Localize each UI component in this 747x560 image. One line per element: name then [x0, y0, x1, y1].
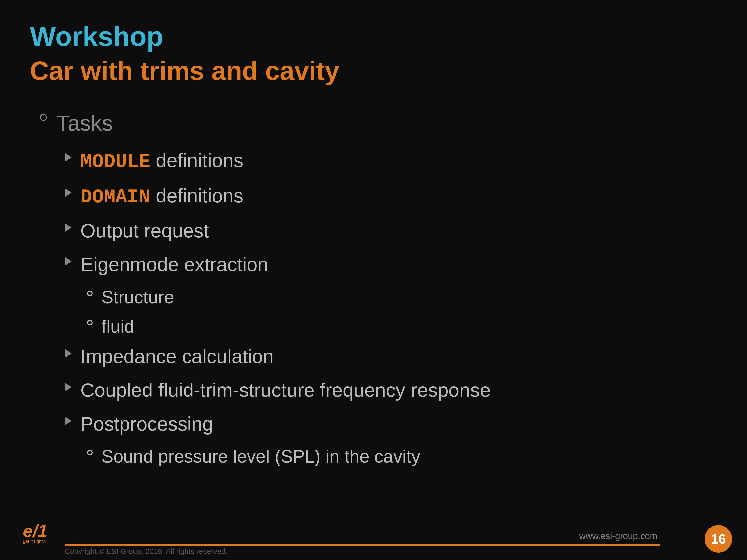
- label-fluid: fluid: [101, 314, 134, 339]
- arrow-icon-coupled: [65, 382, 72, 392]
- level1-tasks: Tasks: [40, 109, 717, 137]
- list-item-postprocessing: Postprocessing: [65, 411, 717, 437]
- slide: Workshop Car with trims and cavity Tasks…: [0, 0, 747, 560]
- arrow-icon-impedance: [65, 349, 72, 358]
- label-structure: Structure: [101, 285, 174, 310]
- list-item-module: MODULE definitions: [65, 148, 717, 175]
- tasks-label: Tasks: [57, 109, 113, 137]
- mono-module: MODULE: [80, 151, 150, 173]
- label-module: MODULE definitions: [80, 148, 243, 175]
- label-spl: Sound pressure level (SPL) in the cavity: [101, 445, 420, 469]
- slide-subtitle: Car with trims and cavity: [30, 55, 717, 87]
- content-area: Tasks MODULE definitions DOMAIN definiti…: [30, 109, 717, 469]
- label-domain: DOMAIN definitions: [80, 183, 243, 210]
- label-impedance: Impedance calculation: [80, 344, 274, 370]
- arrow-icon-eigenmode: [65, 257, 72, 266]
- label-output: Output request: [80, 218, 209, 244]
- svg-text:e/1: e/1: [23, 521, 48, 541]
- label-coupled: Coupled fluid-trim-structure frequency r…: [80, 377, 491, 403]
- level3-postprocessing-children: Sound pressure level (SPL) in the cavity: [65, 445, 717, 469]
- footer-divider: [65, 544, 660, 546]
- page-number-badge: 16: [705, 525, 732, 553]
- level2-list: MODULE definitions DOMAIN definitions Ou…: [40, 148, 717, 469]
- mono-domain: DOMAIN: [80, 186, 150, 208]
- list-item-spl: Sound pressure level (SPL) in the cavity: [87, 445, 717, 469]
- footer: e/1 get it right® www.esi-group.com Copy…: [0, 515, 747, 560]
- list-item-structure: Structure: [87, 285, 717, 310]
- arrow-icon-postprocessing: [65, 417, 72, 425]
- arrow-icon-output: [65, 223, 72, 232]
- logo-area: e/1 get it right®: [20, 520, 60, 545]
- bullet-spl: [87, 450, 93, 455]
- text-domain: definitions: [156, 185, 243, 207]
- list-item-domain: DOMAIN definitions: [65, 183, 717, 210]
- footer-copyright: Copyright © ESI Group, 2016. All rights …: [65, 547, 228, 556]
- esi-logo: e/1 get it right®: [20, 520, 60, 545]
- list-item-coupled: Coupled fluid-trim-structure frequency r…: [65, 377, 717, 403]
- list-item-fluid: fluid: [87, 314, 717, 339]
- text-module: definitions: [156, 149, 243, 171]
- list-item-impedance: Impedance calculation: [65, 344, 717, 370]
- label-postprocessing: Postprocessing: [80, 411, 213, 437]
- arrow-icon-domain: [65, 188, 72, 197]
- list-item-output: Output request: [65, 218, 717, 244]
- footer-url: www.esi-group.com: [579, 531, 658, 541]
- label-eigenmode: Eigenmode extraction: [80, 251, 268, 277]
- slide-title: Workshop: [30, 20, 717, 53]
- svg-text:get it right®: get it right®: [23, 539, 46, 544]
- bullet-circle-tasks: [40, 114, 47, 121]
- bullet-fluid: [87, 320, 93, 325]
- bullet-structure: [87, 291, 93, 296]
- list-item-eigenmode: Eigenmode extraction: [65, 251, 717, 277]
- list-item-postprocessing-group: Postprocessing Sound pressure level (SPL…: [65, 411, 717, 469]
- arrow-icon-module: [65, 153, 72, 162]
- list-item-eigenmode-group: Eigenmode extraction Structure fluid: [65, 251, 717, 339]
- level3-eigenmode-children: Structure fluid: [65, 285, 717, 339]
